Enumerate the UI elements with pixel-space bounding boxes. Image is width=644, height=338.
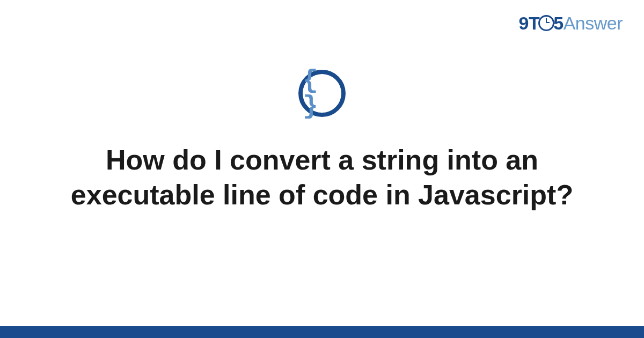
logo-text-answer: Answer [564, 13, 623, 33]
category-icon-circle: { } [298, 70, 346, 117]
question-title: How do I convert a string into an execut… [54, 143, 590, 212]
clock-icon [538, 15, 554, 31]
logo-text-9t: 9T [519, 13, 540, 33]
code-braces-icon: { } [303, 68, 341, 119]
logo-text-5: 5 [553, 13, 563, 33]
footer-accent-bar [0, 326, 644, 338]
clock-hands-icon [546, 18, 547, 23]
site-logo: 9T5Answer [519, 13, 623, 34]
main-content: { } How do I convert a string into an ex… [0, 70, 644, 212]
